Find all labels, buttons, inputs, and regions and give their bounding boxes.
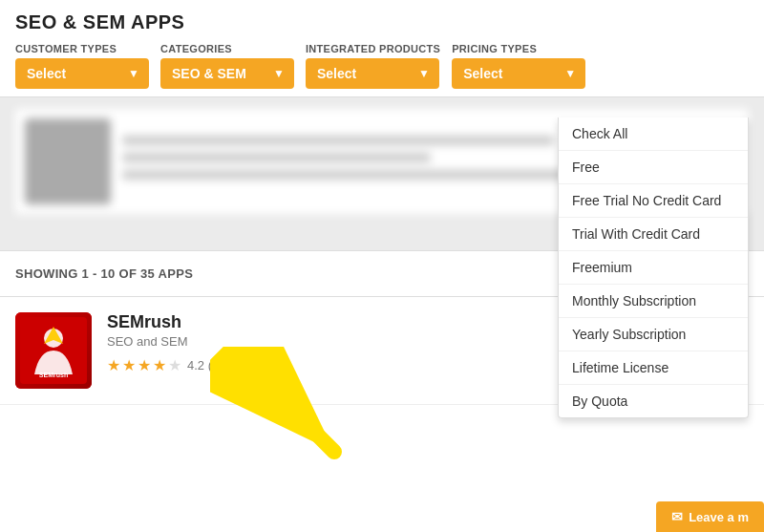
blurred-app-logo [25, 118, 111, 204]
pricing-dropdown: Check All Free Free Trial No Credit Card… [558, 117, 749, 418]
rating-text: 4.2 (51 Ratings) [187, 358, 276, 372]
star-rating: ★ ★ ★ ★ ★ [107, 356, 181, 374]
dropdown-item-freemium[interactable]: Freemium [559, 251, 748, 285]
chevron-down-icon: ▼ [128, 67, 139, 80]
integrated-products-label: INTEGRATED PRODUCTS [306, 43, 440, 54]
star-2: ★ [122, 356, 136, 374]
chevron-down-icon: ▼ [418, 67, 430, 80]
dropdown-item-lifetime-license[interactable]: Lifetime License [559, 351, 748, 385]
pricing-types-select[interactable]: Select ▼ [452, 58, 585, 89]
filters-row: CUSTOMER TYPES Select ▼ CATEGORIES SEO &… [15, 43, 749, 89]
customer-types-select[interactable]: Select ▼ [15, 58, 149, 89]
app-category: SEO and SEM [107, 334, 626, 349]
filter-integrated-products: INTEGRATED PRODUCTS Select ▼ [306, 43, 440, 89]
dropdown-item-check-all[interactable]: Check All [559, 117, 748, 151]
dropdown-item-free-trial-no-cc[interactable]: Free Trial No Credit Card [559, 184, 748, 218]
star-4: ★ [153, 356, 166, 374]
star-5: ★ [168, 356, 181, 374]
chevron-down-icon: ▼ [273, 67, 285, 80]
categories-wrapper: SEO & SEM ▼ [160, 58, 294, 89]
filter-customer-types: CUSTOMER TYPES Select ▼ [15, 43, 149, 89]
header: SEO & SEM APPS CUSTOMER TYPES Select ▼ C… [0, 0, 764, 97]
dropdown-item-trial-with-cc[interactable]: Trial With Credit Card [559, 218, 748, 251]
integrated-products-wrapper: Select ▼ [306, 58, 440, 89]
chevron-down-icon: ▼ [564, 67, 576, 80]
blurred-bar [122, 136, 554, 145]
star-1: ★ [107, 356, 120, 374]
app-info: SEMrush SEO and SEM ★ ★ ★ ★ ★ 4.2 (51 Ra… [107, 312, 626, 374]
results-count: SHOWING 1 - 10 OF 35 APPS [15, 266, 193, 281]
pricing-types-wrapper: Select ▼ [452, 58, 585, 89]
app-name: SEMrush [107, 312, 626, 332]
app-logo-inner: SEMrush [15, 312, 92, 389]
categories-select[interactable]: SEO & SEM ▼ [160, 58, 294, 89]
page-wrapper: SEO & SEM APPS CUSTOMER TYPES Select ▼ C… [0, 0, 764, 532]
leave-message-tab[interactable]: ✉ Leave a m [656, 501, 764, 532]
pricing-types-label: PRICING TYPES [452, 43, 585, 54]
customer-types-wrapper: Select ▼ [15, 58, 149, 89]
semrush-logo-svg: SEMrush [20, 317, 87, 384]
filter-categories: CATEGORIES SEO & SEM ▼ [160, 43, 294, 89]
dropdown-item-by-quota[interactable]: By Quota [559, 385, 748, 417]
dropdown-item-monthly-subscription[interactable]: Monthly Subscription [559, 285, 748, 318]
leave-message-label: Leave a m [689, 510, 749, 524]
star-3: ★ [138, 356, 151, 374]
blurred-bar [122, 153, 431, 162]
categories-label: CATEGORIES [160, 43, 294, 54]
dropdown-item-yearly-subscription[interactable]: Yearly Subscription [559, 318, 748, 351]
customer-types-label: CUSTOMER TYPES [15, 43, 149, 54]
svg-text:SEMrush: SEMrush [39, 372, 68, 378]
integrated-products-select[interactable]: Select ▼ [306, 58, 439, 89]
filter-pricing-types: PRICING TYPES Select ▼ [452, 43, 585, 89]
page-title: SEO & SEM APPS [15, 11, 749, 33]
dropdown-item-free[interactable]: Free [559, 151, 748, 184]
mail-icon: ✉ [671, 509, 683, 524]
app-logo: SEMrush [15, 312, 92, 389]
app-rating: ★ ★ ★ ★ ★ 4.2 (51 Ratings) [107, 356, 626, 374]
